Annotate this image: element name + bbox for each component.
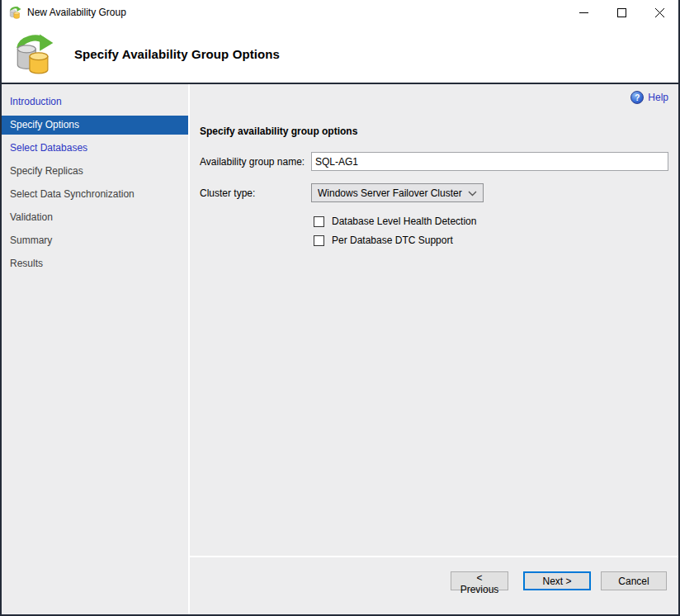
per-db-dtc-support-row: Per Database DTC Support <box>314 235 453 246</box>
help-icon: ? <box>630 91 644 104</box>
sidebar-item-results: Results <box>2 254 188 273</box>
db-level-health-detection-row: Database Level Health Detection <box>314 216 476 227</box>
sidebar-item-specify-replicas: Specify Replicas <box>2 162 188 181</box>
previous-button[interactable]: < Previous <box>451 571 508 590</box>
maximize-icon <box>617 8 626 17</box>
availability-group-large-icon <box>12 31 54 76</box>
sidebar-item-select-data-sync: Select Data Synchronization <box>2 185 188 204</box>
availability-group-name-label: Availability group name: <box>200 156 311 168</box>
cluster-type-label: Cluster type: <box>200 187 311 199</box>
help-label: Help <box>648 92 668 103</box>
db-level-health-detection-label: Database Level Health Detection <box>332 216 476 227</box>
availability-group-name-input[interactable] <box>311 152 668 171</box>
sidebar-item-select-databases[interactable]: Select Databases <box>2 139 188 158</box>
sidebar-item-validation: Validation <box>2 208 188 227</box>
new-availability-group-window: New Availability Group Specif <box>0 0 680 616</box>
close-button[interactable] <box>640 0 678 25</box>
cluster-type-dropdown[interactable]: Windows Server Failover Cluster <box>311 183 484 202</box>
window-title: New Availability Group <box>27 7 126 18</box>
footer-button-bar: < Previous Next > Cancel <box>190 557 678 614</box>
close-icon <box>655 8 664 17</box>
section-title: Specify availability group options <box>200 126 357 137</box>
help-link[interactable]: ? Help <box>630 91 668 104</box>
db-level-health-detection-checkbox[interactable] <box>314 216 324 227</box>
main-panel: ? Help Specify availability group option… <box>190 84 678 614</box>
chevron-down-icon <box>468 191 477 197</box>
wizard-steps-sidebar: Introduction Specify Options Select Data… <box>2 84 188 614</box>
availability-group-icon <box>8 6 21 19</box>
wizard-body: Introduction Specify Options Select Data… <box>2 84 678 614</box>
cluster-type-row: Cluster type: Windows Server Failover Cl… <box>200 183 484 202</box>
page-title: Specify Availability Group Options <box>74 47 280 61</box>
maximize-button[interactable] <box>602 0 640 25</box>
sidebar-item-introduction[interactable]: Introduction <box>2 92 188 111</box>
cancel-button[interactable]: Cancel <box>601 571 667 590</box>
per-db-dtc-support-label: Per Database DTC Support <box>332 235 453 246</box>
window-controls <box>564 0 678 25</box>
minimize-icon <box>579 8 588 17</box>
wizard-header: Specify Availability Group Options <box>2 25 678 83</box>
cluster-type-value: Windows Server Failover Cluster <box>318 187 468 199</box>
next-button[interactable]: Next > <box>523 571 591 590</box>
sidebar-item-specify-options[interactable]: Specify Options <box>2 116 188 135</box>
sidebar-item-summary: Summary <box>2 231 188 250</box>
availability-group-name-row: Availability group name: <box>200 152 668 171</box>
minimize-button[interactable] <box>564 0 602 25</box>
title-bar: New Availability Group <box>2 0 678 25</box>
per-db-dtc-support-checkbox[interactable] <box>314 235 324 246</box>
options-content: ? Help Specify availability group option… <box>190 84 678 556</box>
